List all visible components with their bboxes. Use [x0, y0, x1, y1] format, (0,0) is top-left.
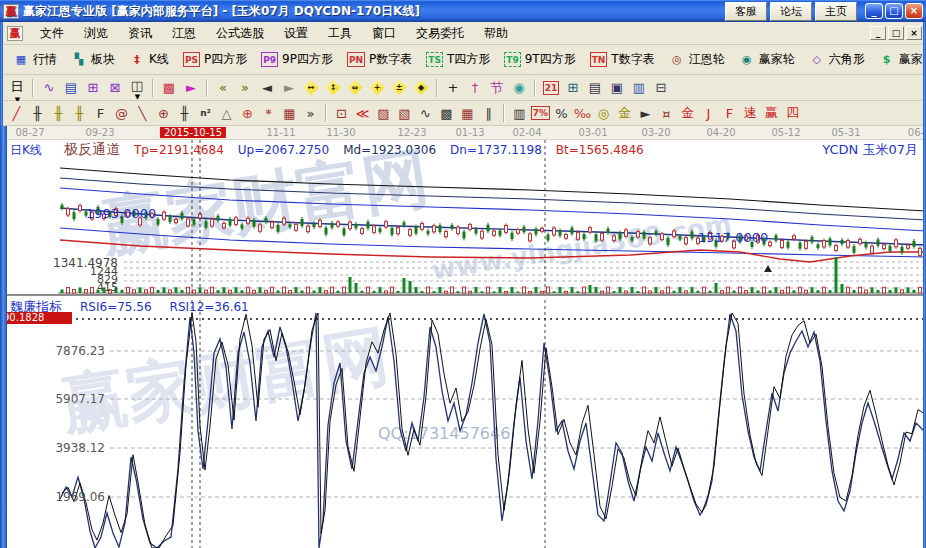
f-ruler-tool[interactable]: F — [90, 103, 111, 123]
wheel-small-icon[interactable]: ◉ — [508, 78, 530, 98]
ruler-tool[interactable]: ╫ — [27, 103, 48, 123]
gann-grid-tool[interactable]: ¤ — [656, 103, 677, 123]
percent7-tool[interactable]: 7% — [530, 103, 551, 123]
report-icon[interactable]: ▤ — [60, 78, 82, 98]
parallel-tool[interactable]: ∥ — [478, 103, 499, 123]
close-button[interactable]: × — [905, 3, 923, 19]
win-angle-tool[interactable]: 赢 — [761, 103, 782, 123]
gold-ruler2-tool[interactable]: ╫ — [69, 103, 90, 123]
web-square-tool[interactable]: ▦ — [279, 103, 300, 123]
calculator-icon[interactable]: ⊞ — [562, 78, 584, 98]
zoom-v-diamond-button[interactable]: ↕ — [322, 78, 344, 98]
box-tool[interactable]: ⊡ — [331, 103, 352, 123]
grid-b-tool[interactable]: ▩ — [436, 103, 457, 123]
j-angle-tool[interactable]: J — [698, 103, 719, 123]
time-circle-tool[interactable]: ⊕ — [153, 103, 174, 123]
menu-item-3[interactable]: 江恩 — [162, 22, 206, 45]
f-angle-tool[interactable]: F — [719, 103, 740, 123]
pen-flag-tool[interactable]: ► — [635, 103, 656, 123]
mdi-close-button[interactable]: × — [906, 26, 922, 40]
mdi-minimize-button[interactable]: _ — [870, 26, 886, 40]
hexagon-button[interactable]: ◇六角形 — [802, 49, 872, 70]
print-icon[interactable]: ⊟ — [650, 78, 672, 98]
t-square-button[interactable]: TST四方形 — [419, 49, 497, 70]
gann-wheel-button[interactable]: ◎江恩轮 — [662, 49, 732, 70]
spiral-tool[interactable]: @ — [111, 103, 132, 123]
menu-item-8[interactable]: 交易委托 — [406, 22, 474, 45]
menu-item-1[interactable]: 浏览 — [74, 22, 118, 45]
copy-icon[interactable]: ▥ — [628, 78, 650, 98]
calendar-icon[interactable]: 21 — [540, 78, 562, 98]
notes-icon[interactable]: ▤ — [584, 78, 606, 98]
percent-tool[interactable]: % — [551, 103, 572, 123]
zoom-h-diamond-button[interactable]: ↔ — [300, 78, 322, 98]
grid-c-tool[interactable]: ▦ — [457, 103, 478, 123]
last-bar-button[interactable]: » — [234, 78, 256, 98]
winner-wheel-button[interactable]: ◉赢家轮 — [732, 49, 802, 70]
next-bar-button[interactable]: ► — [278, 78, 300, 98]
candle-style-button[interactable]: ◫▼ — [126, 78, 148, 98]
winner-service-button[interactable]: $赢家服务 — [872, 49, 926, 70]
kline-button[interactable]: ‡K线 — [122, 49, 176, 70]
color-flag-icon[interactable]: ► — [180, 78, 202, 98]
gold-angle-tool[interactable]: 金 — [677, 103, 698, 123]
toolbar-navigation: 日▼∿▤⊞⊠◫▼▩►«»◄►↔↕⇔+±◆+†节◉21⊞▤▣▥⊟ — [0, 75, 926, 101]
angle-tool[interactable]: △ — [216, 103, 237, 123]
fit-diamond-button[interactable]: ± — [388, 78, 410, 98]
title-button-2[interactable]: 主页 — [815, 2, 857, 21]
menu-item-6[interactable]: 工具 — [318, 22, 362, 45]
n2-tool[interactable]: n² — [195, 103, 216, 123]
bars9-icon[interactable]: ⊠ — [104, 78, 126, 98]
gold-line-tool[interactable]: 金 — [614, 103, 635, 123]
fan-lines-tool[interactable]: ≪ — [352, 103, 373, 123]
gold-circle-tool[interactable]: ◎ — [593, 103, 614, 123]
indicator-chart[interactable] — [0, 296, 926, 548]
maximize-button[interactable]: □ — [885, 3, 903, 19]
speed-angle-tool[interactable]: 速 — [740, 103, 761, 123]
menu-item-9[interactable]: 帮助 — [474, 22, 518, 45]
quotes-button[interactable]: ▦行情 — [6, 49, 64, 70]
menu-item-2[interactable]: 资讯 — [118, 22, 162, 45]
period-day-button[interactable]: 日▼ — [6, 78, 28, 98]
grid-ruler-tool[interactable]: ╫ — [174, 103, 195, 123]
title-button-0[interactable]: 客服 — [725, 2, 767, 21]
menu-item-4[interactable]: 公式选股 — [206, 22, 274, 45]
prev-bar-button[interactable]: ◄ — [256, 78, 278, 98]
brush-tool[interactable]: ╱ — [6, 103, 27, 123]
circle-cross-tool[interactable]: ⊕ — [237, 103, 258, 123]
sectors-button[interactable]: ▚板块 — [64, 49, 122, 70]
wave-icon[interactable]: ∿ — [38, 78, 60, 98]
bars3-icon[interactable]: ⊞ — [82, 78, 104, 98]
more-tools-button[interactable]: » — [300, 103, 321, 123]
segment-icon[interactable]: 节 — [486, 78, 508, 98]
t-table-button[interactable]: TNT数字表 — [583, 49, 662, 70]
crosshair-button[interactable]: + — [442, 78, 464, 98]
hatch1-tool[interactable]: ▨ — [373, 103, 394, 123]
p-square-button[interactable]: PSP四方形 — [176, 49, 254, 70]
zigzag-tool[interactable]: ∿ — [415, 103, 436, 123]
t9-square-button[interactable]: T99T四方形 — [497, 49, 582, 70]
first-bar-button[interactable]: « — [212, 78, 234, 98]
four-angle-tool[interactable]: 四 — [782, 103, 803, 123]
pen-ruler-tool[interactable]: ╲ — [132, 103, 153, 123]
hatch2-tool[interactable]: ▧ — [394, 103, 415, 123]
expand-diamond-button[interactable]: ⇔ — [344, 78, 366, 98]
title-button-1[interactable]: 论坛 — [770, 2, 812, 21]
p9-square-button[interactable]: P99P四方形 — [254, 49, 340, 70]
mdi-restore-button[interactable]: □ — [888, 26, 904, 40]
star-web-tool[interactable]: * — [258, 103, 279, 123]
gold-ruler-tool[interactable]: ╫ — [48, 103, 69, 123]
shrink-diamond-button[interactable]: + — [366, 78, 388, 98]
p-table-button[interactable]: PNP数字表 — [340, 49, 419, 70]
measure-icon[interactable]: † — [464, 78, 486, 98]
minimize-button[interactable]: _ — [865, 3, 883, 19]
date-label-highlighted: 2015-10-15 — [160, 127, 226, 138]
menu-item-0[interactable]: 文件 — [30, 22, 74, 45]
permille-tool[interactable]: ‰ — [572, 103, 593, 123]
stats-bars-tool[interactable]: ▥ — [509, 103, 530, 123]
menu-item-7[interactable]: 窗口 — [362, 22, 406, 45]
pattern-icon[interactable]: ▩ — [158, 78, 180, 98]
save-icon[interactable]: ▣ — [606, 78, 628, 98]
full-diamond-button[interactable]: ◆ — [410, 78, 432, 98]
menu-item-5[interactable]: 设置 — [274, 22, 318, 45]
